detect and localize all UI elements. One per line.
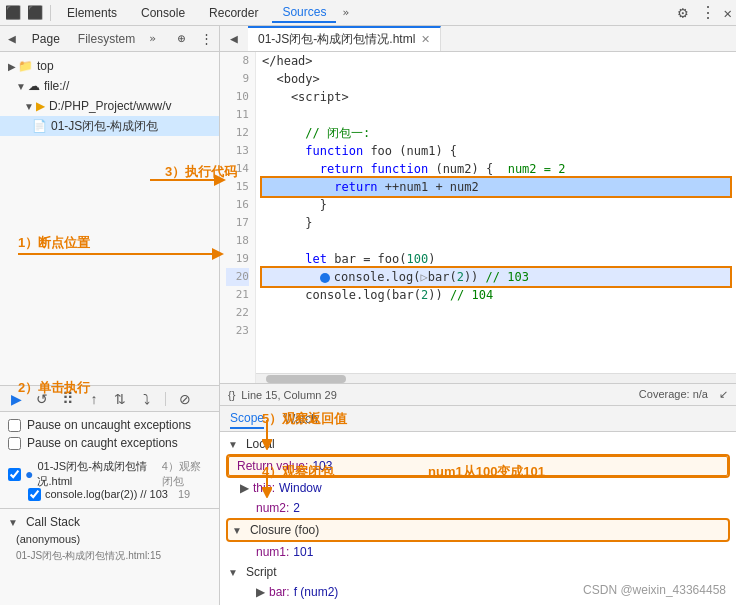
tab-recorder[interactable]: Recorder	[199, 4, 268, 22]
code-area[interactable]: 8 9 10 11 12 13 14 15 16 17 18 19 20 21	[220, 52, 736, 383]
script-section-header[interactable]: ▼ Script	[220, 562, 736, 582]
pause-uncaught-input[interactable]	[8, 419, 21, 432]
cs-item-label: (anonymous)	[16, 533, 80, 545]
code-line-20: console.log(▷bar(2)) // 103	[262, 268, 730, 286]
bp-checkbox-2[interactable]	[28, 488, 41, 501]
bp-checkbox-1[interactable]	[8, 468, 21, 481]
forward-icon[interactable]: ⬛	[26, 4, 44, 22]
code-line-10: <script>	[262, 88, 730, 106]
tab-scope[interactable]: Scope	[230, 409, 264, 429]
tab-sources[interactable]: Sources	[272, 3, 336, 23]
tab-console[interactable]: Console	[131, 4, 195, 22]
tree-label: D:/PHP_Project/www/v	[49, 99, 172, 113]
ln-8: 8	[226, 52, 249, 70]
ln-21: 21	[226, 286, 249, 304]
folder-icon: ▶	[36, 99, 45, 113]
exception-checkboxes: Pause on uncaught exceptions Pause on ca…	[0, 412, 219, 460]
tab-elements[interactable]: Elements	[57, 4, 127, 22]
tree-item-top[interactable]: ▶ 📁 top	[0, 56, 219, 76]
ln-20: 20	[226, 268, 249, 286]
ln-14: 14	[226, 160, 249, 178]
code-line-13: function foo (num1) {	[262, 142, 730, 160]
step-out-button[interactable]: ↑	[84, 389, 104, 409]
scope-return-value: Return value: 103	[228, 456, 728, 476]
page-wrapper: ⬛ ⬛ Elements Console Recorder Sources » …	[0, 0, 736, 605]
disable-button[interactable]: ⊘	[175, 389, 195, 409]
step-over-button[interactable]: ↺	[32, 389, 52, 409]
toolbar-more[interactable]: »	[342, 6, 349, 19]
settings-icon[interactable]: ⚙	[678, 3, 688, 22]
coverage-icon[interactable]: ↙	[719, 388, 728, 400]
bar-key: bar:	[269, 585, 290, 599]
dots-icon[interactable]: ⋮	[200, 31, 213, 46]
file-tab-html[interactable]: 01-JS闭包-构成闭包情况.html ✕	[248, 26, 441, 51]
tree-label: top	[37, 59, 54, 73]
num1-key: num1:	[256, 545, 289, 559]
curly-icon[interactable]: {}	[228, 389, 235, 401]
tree-item-file[interactable]: ▼ ☁ file://	[0, 76, 219, 96]
return-val: 103	[312, 459, 332, 473]
main-layout: ◀ Page Filesystem » ⊕ ⋮ ▶ 📁 top ▼	[0, 26, 736, 605]
step-button[interactable]: ⇅	[110, 389, 130, 409]
scope-content: ▼ Local Return value: 103 ▶ this: Window	[220, 432, 736, 605]
ln-10: 10	[226, 88, 249, 106]
top-toolbar: ⬛ ⬛ Elements Console Recorder Sources » …	[0, 0, 736, 26]
call-stack-item-anonymous[interactable]: (anonymous)	[0, 531, 219, 547]
script-label: Script	[246, 565, 277, 579]
local-section-header[interactable]: ▼ Local	[220, 434, 736, 454]
file-tab-close[interactable]: ✕	[421, 33, 430, 46]
code-line-19: let bar = foo(100)	[262, 250, 730, 268]
code-line-8: </head>	[262, 52, 730, 70]
file-icon: 📄	[32, 119, 47, 133]
close-devtools-icon[interactable]: ✕	[724, 5, 732, 21]
ln-13: 13	[226, 142, 249, 160]
scope-bar: ▶ bar: f (num2)	[220, 582, 736, 602]
bar-val: f (num2)	[294, 585, 339, 599]
code-line-18	[262, 232, 730, 250]
h-scrollbar-thumb[interactable]	[266, 375, 346, 383]
code-line-9: <body>	[262, 70, 730, 88]
right-panel: ◀ 01-JS闭包-构成闭包情况.html ✕ 8 9 10 11 12 13	[220, 26, 736, 605]
ln-19: 19	[226, 250, 249, 268]
step-into-button[interactable]: ⠿	[58, 389, 78, 409]
back-icon[interactable]: ⬛	[4, 4, 22, 22]
deactivate-breakpoints-button[interactable]: ⤵	[136, 389, 156, 409]
bar-arrow[interactable]: ▶	[256, 585, 265, 599]
closure-section-header[interactable]: ▼ Closure (foo)	[228, 520, 728, 540]
h-scrollbar[interactable]	[256, 373, 736, 383]
tab-watch[interactable]: Watch	[284, 410, 318, 428]
scope-tabs: Scope Watch	[220, 406, 736, 432]
bottom-left-panel: ▶ ↺ ⠿ ↑ ⇅ ⤵ ⊘ Pause on uncaught exceptio…	[0, 385, 219, 605]
tab-nav-back[interactable]: ◀	[224, 29, 244, 49]
ln-16: 16	[226, 196, 249, 214]
code-line-11	[262, 106, 730, 124]
num2-val: 2	[293, 501, 300, 515]
call-stack-arrow: ▼	[8, 517, 18, 528]
code-line-23	[262, 322, 730, 340]
tab-page[interactable]: Page	[28, 30, 64, 48]
pause-uncaught-checkbox[interactable]: Pause on uncaught exceptions	[8, 418, 211, 432]
pause-caught-input[interactable]	[8, 437, 21, 450]
more-options-icon[interactable]: ⋮	[700, 3, 716, 22]
status-right: Coverage: n/a ↙	[639, 388, 728, 401]
left-more-icon[interactable]: »	[149, 32, 156, 45]
pause-caught-checkbox[interactable]: Pause on caught exceptions	[8, 436, 211, 450]
tree-item-dir[interactable]: ▼ ▶ D:/PHP_Project/www/v	[0, 96, 219, 116]
local-label: Local	[246, 437, 275, 451]
pause-caught-label: Pause on caught exceptions	[27, 436, 178, 450]
left-panel-tabs: ◀ Page Filesystem » ⊕ ⋮	[0, 26, 219, 52]
file-tab-bar: ◀ 01-JS闭包-构成闭包情况.html ✕	[220, 26, 736, 52]
collapse-icon[interactable]: ◀	[8, 31, 16, 46]
new-icon[interactable]: ⊕	[178, 31, 186, 46]
call-stack-label: Call Stack	[26, 515, 80, 529]
this-arrow[interactable]: ▶	[240, 481, 249, 495]
tab-filesystem[interactable]: Filesystem	[74, 30, 139, 48]
tree-item-file-html[interactable]: 📄 01-JS闭包-构成闭包	[0, 116, 219, 136]
breakpoint-item-1[interactable]: ● 01-JS闭包-构成闭包情况.html 4）观察闭包	[0, 464, 219, 484]
tree-label: file://	[44, 79, 69, 93]
ln-12: 12	[226, 124, 249, 142]
call-stack-header[interactable]: ▼ Call Stack	[0, 513, 219, 531]
resume-button[interactable]: ▶	[6, 389, 26, 409]
this-key: this:	[253, 481, 275, 495]
coverage-label: Coverage: n/a	[639, 388, 708, 400]
